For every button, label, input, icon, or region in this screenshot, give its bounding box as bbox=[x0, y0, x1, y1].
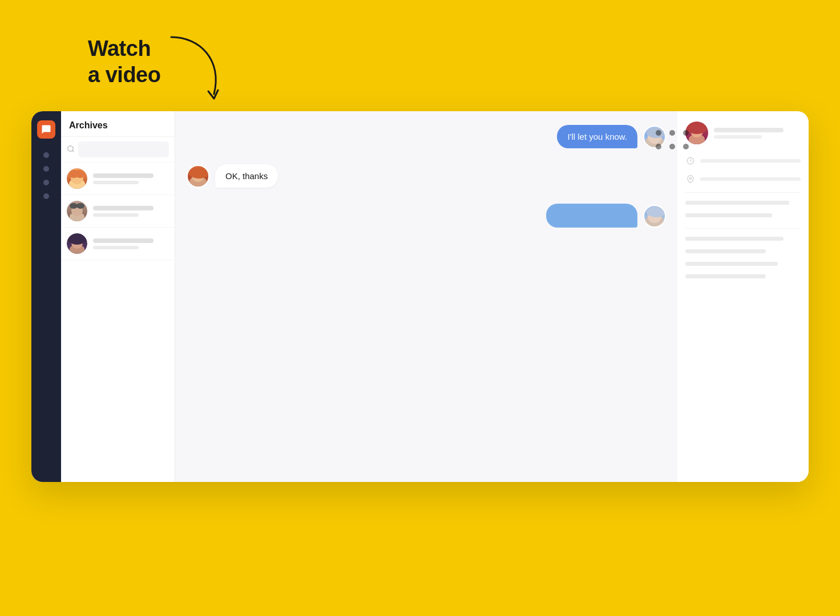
chat-area: I'll let you know. OK, thanks bbox=[175, 111, 677, 482]
info-bar-1 bbox=[700, 159, 801, 163]
search-input[interactable] bbox=[78, 141, 169, 157]
list-item[interactable] bbox=[61, 163, 175, 195]
dot-4 bbox=[656, 144, 661, 149]
watch-video-text: Watch a video bbox=[88, 36, 160, 88]
info-bar-2 bbox=[700, 177, 801, 181]
right-meta bbox=[714, 128, 801, 139]
right-name-bar bbox=[714, 128, 784, 132]
message-row-received-1: OK, thanks bbox=[187, 164, 666, 188]
text-bar-4 bbox=[685, 249, 766, 253]
arrow-decoration bbox=[165, 31, 234, 108]
search-box bbox=[61, 137, 175, 163]
divider-2 bbox=[685, 228, 801, 229]
chat-meta bbox=[93, 206, 169, 217]
text-bar-1 bbox=[685, 201, 789, 205]
avatar bbox=[67, 233, 87, 254]
preview-bar bbox=[93, 246, 139, 249]
name-bar bbox=[93, 173, 154, 178]
text-bar-5 bbox=[685, 262, 778, 266]
divider-1 bbox=[685, 192, 801, 193]
search-icon bbox=[67, 145, 75, 155]
location-icon bbox=[685, 174, 696, 184]
page-wrapper: Watch a video bbox=[0, 0, 840, 616]
watch-video-label: Watch a video bbox=[88, 36, 160, 88]
svg-point-2 bbox=[689, 177, 692, 180]
avatar bbox=[67, 168, 87, 189]
sidebar-nav bbox=[31, 111, 61, 482]
message-bubble-placeholder bbox=[546, 204, 637, 228]
dot-1 bbox=[656, 130, 661, 136]
nav-item-1[interactable] bbox=[43, 152, 49, 158]
info-row-clock bbox=[685, 156, 801, 166]
nav-item-2[interactable] bbox=[43, 166, 49, 172]
dot-5 bbox=[669, 144, 675, 149]
right-status-bar bbox=[714, 135, 762, 139]
name-bar bbox=[93, 238, 154, 243]
message-bubble-received: OK, thanks bbox=[215, 164, 278, 188]
sender-avatar-2 bbox=[643, 205, 666, 228]
text-bar-3 bbox=[685, 237, 784, 241]
avatar bbox=[67, 201, 87, 221]
receiver-avatar bbox=[187, 165, 209, 188]
chat-meta bbox=[93, 173, 169, 184]
right-header bbox=[685, 121, 801, 144]
nav-item-4[interactable] bbox=[43, 193, 49, 199]
text-bar-2 bbox=[685, 213, 772, 217]
dots-decoration bbox=[656, 130, 689, 149]
dot-6 bbox=[683, 144, 689, 149]
preview-bar bbox=[93, 181, 139, 184]
app-layout: Archives bbox=[31, 111, 809, 482]
right-avatar bbox=[685, 121, 708, 144]
chat-meta bbox=[93, 238, 169, 249]
chat-list bbox=[61, 163, 175, 482]
ui-card: Archives bbox=[31, 111, 809, 482]
preview-bar bbox=[93, 213, 139, 217]
message-row-sent-2 bbox=[187, 204, 666, 228]
svg-point-0 bbox=[68, 145, 73, 151]
right-panel bbox=[677, 111, 809, 482]
message-row-sent-1: I'll let you know. bbox=[187, 125, 666, 148]
archives-panel: Archives bbox=[61, 111, 175, 482]
chat-icon bbox=[41, 124, 51, 135]
dot-2 bbox=[669, 130, 675, 136]
message-bubble-sent: I'll let you know. bbox=[557, 125, 637, 148]
list-item[interactable] bbox=[61, 228, 175, 260]
name-bar bbox=[93, 206, 154, 210]
info-row-location bbox=[685, 174, 801, 184]
clock-icon bbox=[685, 156, 696, 166]
list-item[interactable] bbox=[61, 195, 175, 228]
archives-title: Archives bbox=[61, 111, 175, 137]
nav-item-3[interactable] bbox=[43, 180, 49, 185]
text-bar-6 bbox=[685, 274, 766, 278]
dot-3 bbox=[683, 130, 689, 136]
nav-logo bbox=[37, 120, 55, 139]
